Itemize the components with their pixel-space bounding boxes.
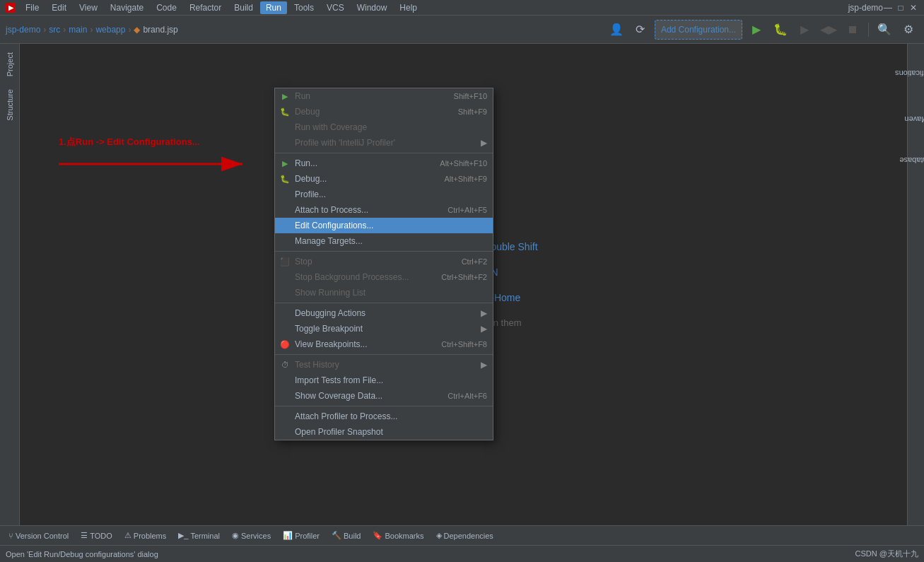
attach-process-shortcut: Ctrl+Alt+F5 xyxy=(448,206,487,214)
menu-item-stop-bg[interactable]: Stop Background Processes... Ctrl+Shift+… xyxy=(275,269,493,285)
version-control-label: Version Control xyxy=(16,532,69,540)
bottom-tab-version-control[interactable]: ⑂ Version Control xyxy=(3,526,74,545)
menu-view[interactable]: View xyxy=(74,1,103,14)
breadcrumb-jsp-icon: ◆ xyxy=(134,25,140,35)
search-button[interactable]: 🔍 xyxy=(875,20,894,40)
maximize-button[interactable]: □ xyxy=(896,3,906,13)
menu-window[interactable]: Window xyxy=(351,1,393,14)
status-right-info: CSDN @天机十九 xyxy=(855,549,918,559)
menu-item-attach-process[interactable]: Attach to Process... Ctrl+Alt+F5 xyxy=(275,202,493,218)
menu-build[interactable]: Build xyxy=(228,1,259,14)
sidebar-tab-notifications[interactable]: Notifications xyxy=(889,66,924,81)
menu-item-run[interactable]: ▶ Run Shift+F10 xyxy=(275,88,493,104)
bottom-tab-dependencies[interactable]: ◈ Dependencies xyxy=(431,526,499,545)
breadcrumb-main[interactable]: main xyxy=(69,25,87,35)
menu-tools[interactable]: Tools xyxy=(288,1,320,14)
menu-run[interactable]: Run xyxy=(260,1,287,14)
bookmarks-icon: 🔖 xyxy=(373,531,382,540)
menu-navigate[interactable]: Navigate xyxy=(105,1,149,14)
open-profiler-snapshot-icon xyxy=(279,426,291,438)
build-icon: 🔨 xyxy=(332,531,341,540)
menu-refactor[interactable]: Refactor xyxy=(184,1,227,14)
run-dots-icon: ▶ xyxy=(279,158,291,169)
editor-area: Search Everywhere Double Shift New File … xyxy=(20,44,907,525)
build-label: Build xyxy=(344,532,361,540)
menu-item-debug-dots[interactable]: 🐛 Debug... Alt+Shift+F9 xyxy=(275,171,493,187)
menu-item-debug[interactable]: 🐛 Debug Shift+F9 xyxy=(275,104,493,119)
bottom-tab-bookmarks[interactable]: 🔖 Bookmarks xyxy=(367,526,429,545)
menu-code[interactable]: Code xyxy=(151,1,182,14)
minimize-button[interactable]: — xyxy=(883,3,893,13)
sidebar-tab-database[interactable]: Database xyxy=(894,153,924,168)
bottom-tab-terminal[interactable]: ▶_ Terminal xyxy=(172,526,226,545)
breadcrumb-project[interactable]: jsp-demo xyxy=(6,25,40,35)
profile-dots-icon xyxy=(279,189,291,200)
profile-button[interactable]: ◀▶ xyxy=(819,20,838,40)
todo-icon: ☰ xyxy=(81,531,88,540)
breadcrumb-webapp[interactable]: webapp xyxy=(95,25,125,35)
menu-item-run-dots[interactable]: ▶ Run... Alt+Shift+F10 xyxy=(275,156,493,171)
app-icon: ▶ xyxy=(6,3,16,13)
menu-edit[interactable]: Edit xyxy=(46,1,72,14)
coverage-button[interactable]: ▶ xyxy=(795,20,814,40)
breadcrumb-src[interactable]: src xyxy=(49,25,60,35)
sidebar-tab-project[interactable]: Project xyxy=(3,47,17,82)
settings-button[interactable]: ⚙ xyxy=(899,20,918,40)
manage-targets-label: Manage Targets... xyxy=(295,236,363,246)
menu-file[interactable]: File xyxy=(20,1,45,14)
sidebar-tab-structure[interactable]: Structure xyxy=(3,83,17,127)
menu-item-attach-profiler[interactable]: Attach Profiler to Process... xyxy=(275,409,493,424)
bottom-tab-profiler[interactable]: 📊 Profiler xyxy=(277,526,325,545)
run-label: Run xyxy=(295,91,310,101)
show-coverage-icon xyxy=(279,390,291,402)
debug-button[interactable]: 🐛 xyxy=(771,20,790,40)
menu-item-import-tests[interactable]: Import Tests from File... xyxy=(275,373,493,388)
version-control-icon: ⑂ xyxy=(8,532,13,540)
menu-item-debugging-actions[interactable]: Debugging Actions ▶ xyxy=(275,305,493,321)
toggle-breakpoint-label: Toggle Breakpoint xyxy=(295,324,363,334)
bottom-tab-services[interactable]: ◉ Services xyxy=(226,526,276,545)
menu-item-test-history[interactable]: ⏱ Test History ▶ xyxy=(275,357,493,373)
bookmarks-label: Bookmarks xyxy=(385,532,423,540)
run-button[interactable]: ▶ xyxy=(747,20,766,40)
close-button[interactable]: ✕ xyxy=(908,3,918,13)
profile-intellij-icon xyxy=(279,137,291,148)
menu-item-open-profiler-snapshot[interactable]: Open Profiler Snapshot xyxy=(275,424,493,440)
coverage-label: Run with Coverage xyxy=(295,122,367,132)
bottom-tab-problems[interactable]: ⚠ Problems xyxy=(119,526,172,545)
vcs-update-button[interactable]: ⟳ xyxy=(631,20,650,40)
user-icon-button[interactable]: 👤 xyxy=(607,20,626,40)
show-running-icon xyxy=(279,287,291,298)
sidebar-tab-maven[interactable]: Maven xyxy=(899,112,924,126)
breadcrumb-file[interactable]: brand.jsp xyxy=(143,25,177,35)
menu-item-show-running[interactable]: Show Running List xyxy=(275,285,493,300)
show-coverage-label: Show Coverage Data... xyxy=(295,391,382,401)
menu-vcs[interactable]: VCS xyxy=(321,1,350,14)
debugging-actions-icon xyxy=(279,308,291,319)
menu-help[interactable]: Help xyxy=(394,1,423,14)
breadcrumb-sep-2: › xyxy=(63,25,66,35)
problems-icon: ⚠ xyxy=(124,531,131,540)
bottom-tab-todo[interactable]: ☰ TODO xyxy=(75,526,118,545)
window-controls: — □ ✕ xyxy=(883,3,918,13)
add-configuration-button[interactable]: Add Configuration... xyxy=(655,20,742,40)
run-icon: ▶ xyxy=(279,90,291,102)
menu-item-profile-dots[interactable]: Profile... xyxy=(275,187,493,202)
menu-item-coverage[interactable]: Run with Coverage xyxy=(275,119,493,135)
menu-item-profile-intellij[interactable]: Profile with 'IntelliJ Profiler' ▶ xyxy=(275,135,493,151)
bottom-tab-build[interactable]: 🔨 Build xyxy=(326,526,366,545)
menu-item-manage-targets[interactable]: Manage Targets... xyxy=(275,233,493,249)
menu-item-view-breakpoints[interactable]: 🔴 View Breakpoints... Ctrl+Shift+F8 xyxy=(275,336,493,352)
menu-item-show-coverage[interactable]: Show Coverage Data... Ctrl+Alt+F6 xyxy=(275,388,493,404)
debug-icon: 🐛 xyxy=(279,106,291,117)
title-bar: ▶ File Edit View Navigate Code Refactor … xyxy=(0,0,924,16)
edit-configs-label: Edit Configurations... xyxy=(295,221,373,230)
toggle-breakpoint-icon xyxy=(279,323,291,334)
menu-item-toggle-breakpoint[interactable]: Toggle Breakpoint ▶ xyxy=(275,321,493,336)
menu-item-stop[interactable]: ⬛ Stop Ctrl+F2 xyxy=(275,254,493,269)
stop-button[interactable]: ⏹ xyxy=(843,20,862,40)
attach-process-icon xyxy=(279,204,291,216)
main-toolbar: jsp-demo › src › main › webapp › ◆ brand… xyxy=(0,16,924,44)
menu-item-edit-configs[interactable]: Edit Configurations... xyxy=(275,218,493,233)
test-history-arrow: ▶ xyxy=(481,360,487,370)
